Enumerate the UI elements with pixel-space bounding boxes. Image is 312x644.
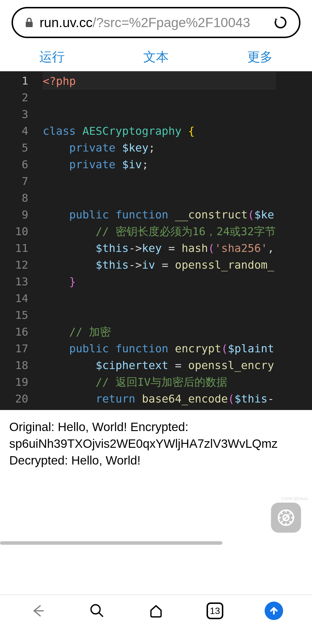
code-line[interactable]: private $key; <box>43 139 276 156</box>
code-line[interactable]: private $iv; <box>43 156 276 173</box>
tabs-button[interactable]: 13 <box>206 602 224 620</box>
arrow-up-icon <box>268 605 280 617</box>
search-button[interactable] <box>88 602 106 620</box>
home-button[interactable] <box>147 602 165 620</box>
url-bar-container: run.uv.cc/?src=%2Fpage%2F10043 <box>0 0 312 42</box>
code-line[interactable]: class AESCryptography { <box>43 123 276 139</box>
line-number-gutter: 1234567891011121314151617181920 <box>0 71 37 410</box>
home-icon <box>148 603 164 619</box>
output-line: Original: Hello, World! Encrypted: <box>9 419 303 435</box>
code-line[interactable]: $this->iv = openssl_random_ <box>43 257 276 273</box>
code-line[interactable]: // 加密 <box>43 323 276 340</box>
line-number: 5 <box>0 139 28 156</box>
tab-text[interactable]: 文本 <box>132 46 180 68</box>
settings-button[interactable] <box>271 503 301 533</box>
arrow-left-icon <box>30 603 46 619</box>
tab-more[interactable]: 更多 <box>236 46 284 68</box>
code-content[interactable]: <?phpclass AESCryptography { private $ke… <box>37 71 276 410</box>
action-tabs: 运行 文本 更多 <box>0 42 312 71</box>
svg-line-10 <box>289 512 291 514</box>
code-line[interactable] <box>43 89 276 106</box>
line-number: 9 <box>0 206 28 223</box>
browser-bottom-nav: 13 <box>0 595 312 627</box>
svg-rect-0 <box>26 22 33 27</box>
lock-icon <box>25 17 34 28</box>
line-number: 3 <box>0 106 28 123</box>
watermark: CSDN @inksci <box>281 496 308 501</box>
code-line[interactable] <box>43 307 276 323</box>
url-host: run.uv.cc <box>40 15 92 30</box>
code-line[interactable] <box>43 106 276 123</box>
code-line[interactable]: public function encrypt($plaint <box>43 340 276 357</box>
line-number: 20 <box>0 390 28 407</box>
code-line[interactable] <box>43 190 276 206</box>
back-button[interactable] <box>29 602 47 620</box>
output-area: Original: Hello, World! Encrypted: sp6ui… <box>0 410 312 478</box>
url-text: run.uv.cc/?src=%2Fpage%2F10043 <box>40 15 268 30</box>
line-number: 8 <box>0 190 28 206</box>
line-number: 4 <box>0 123 28 139</box>
line-number: 11 <box>0 240 28 257</box>
upload-button[interactable] <box>265 602 283 620</box>
code-line[interactable]: $ciphertext = openssl_encry <box>43 357 276 374</box>
line-number: 7 <box>0 173 28 190</box>
code-line[interactable]: } <box>43 273 276 290</box>
code-line[interactable] <box>43 290 276 307</box>
url-bar[interactable]: run.uv.cc/?src=%2Fpage%2F10043 <box>12 7 300 38</box>
code-line[interactable]: $this->key = hash('sha256', <box>43 240 276 257</box>
line-number: 6 <box>0 156 28 173</box>
code-line[interactable]: public function __construct($ke <box>43 206 276 223</box>
url-path: /?src=%2Fpage%2F10043 <box>92 15 250 30</box>
code-line[interactable]: <?php <box>43 72 276 89</box>
code-line[interactable] <box>43 173 276 190</box>
output-line: Decrypted: Hello, World! <box>9 452 303 469</box>
svg-line-14 <box>99 613 103 616</box>
horizontal-scrollbar[interactable] <box>0 541 222 545</box>
gear-icon <box>277 508 295 527</box>
output-line: sp6uiNh39TXOjvis2WE0qxYWljHA7zlV3WvLQmz <box>9 435 303 452</box>
line-number: 12 <box>0 257 28 273</box>
line-number: 1 <box>0 72 28 89</box>
tab-run[interactable]: 运行 <box>28 46 76 68</box>
code-line[interactable]: // 返回IV与加密后的数据 <box>43 374 276 390</box>
line-number: 15 <box>0 307 28 323</box>
svg-line-7 <box>281 512 283 514</box>
line-number: 14 <box>0 290 28 307</box>
line-number: 17 <box>0 340 28 357</box>
code-line[interactable]: // 密钥长度必须为16，24或32字节 <box>43 223 276 240</box>
line-number: 13 <box>0 273 28 290</box>
svg-line-8 <box>289 521 291 523</box>
line-number: 2 <box>0 89 28 106</box>
svg-line-9 <box>281 521 283 523</box>
line-number: 10 <box>0 223 28 240</box>
line-number: 19 <box>0 374 28 390</box>
line-number: 16 <box>0 323 28 340</box>
code-editor[interactable]: 1234567891011121314151617181920 <?phpcla… <box>0 71 312 410</box>
code-line[interactable]: return base64_encode($this- <box>43 390 276 407</box>
line-number: 18 <box>0 357 28 374</box>
search-icon <box>89 603 105 619</box>
refresh-icon[interactable] <box>274 16 287 29</box>
tab-count-badge: 13 <box>207 602 223 619</box>
